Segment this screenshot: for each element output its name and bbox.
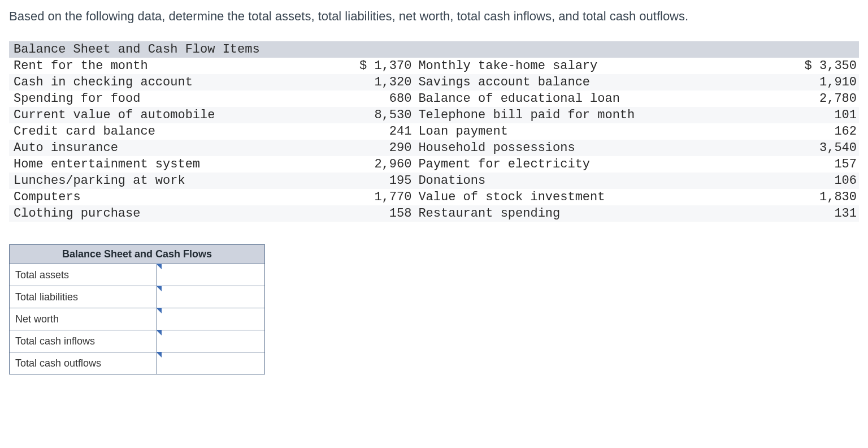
item-value: 2,780 (730, 91, 859, 107)
answer-cell[interactable] (157, 264, 265, 286)
item-value: 3,540 (730, 140, 859, 156)
item-value: 1,320 (272, 74, 414, 91)
item-label: Restaurant spending (414, 205, 730, 222)
item-value: 1,770 (272, 189, 414, 205)
total-assets-input[interactable] (157, 264, 264, 286)
item-value: $ 3,350 (730, 58, 859, 74)
data-row: Credit card balance 241 Loan payment 162 (9, 123, 859, 140)
item-value: 1,910 (730, 74, 859, 91)
item-label: Credit card balance (9, 123, 272, 140)
total-liabilities-input[interactable] (157, 286, 264, 308)
item-label: Lunches/parking at work (9, 173, 272, 189)
answer-label: Total liabilities (10, 286, 157, 308)
item-value: 101 (730, 107, 859, 123)
data-row: Current value of automobile 8,530 Teleph… (9, 107, 859, 123)
data-row: Computers 1,770 Value of stock investmen… (9, 189, 859, 205)
item-value: 131 (730, 205, 859, 222)
balance-sheet-data-table: Balance Sheet and Cash Flow Items Rent f… (9, 41, 859, 222)
answer-cell[interactable] (157, 330, 265, 352)
item-value: 2,960 (272, 156, 414, 173)
data-row: Spending for food 680 Balance of educati… (9, 91, 859, 107)
item-label: Savings account balance (414, 74, 730, 91)
data-table-title: Balance Sheet and Cash Flow Items (9, 41, 859, 58)
editable-marker-icon (156, 286, 162, 291)
item-label: Cash in checking account (9, 74, 272, 91)
item-value: 158 (272, 205, 414, 222)
net-worth-input[interactable] (157, 308, 264, 330)
data-row: Clothing purchase 158 Restaurant spendin… (9, 205, 859, 222)
item-label: Clothing purchase (9, 205, 272, 222)
item-label: Balance of educational loan (414, 91, 730, 107)
item-value: 106 (730, 173, 859, 189)
answer-row-total-assets: Total assets (10, 264, 265, 286)
item-value: 195 (272, 173, 414, 189)
answer-row-net-worth: Net worth (10, 308, 265, 330)
answer-label: Net worth (10, 308, 157, 330)
answer-cell[interactable] (157, 308, 265, 330)
item-label: Auto insurance (9, 140, 272, 156)
item-value: 680 (272, 91, 414, 107)
item-label: Household possessions (414, 140, 730, 156)
answer-row-total-liabilities: Total liabilities (10, 286, 265, 308)
item-label: Monthly take-home salary (414, 58, 730, 74)
data-row: Cash in checking account 1,320 Savings a… (9, 74, 859, 91)
item-label: Current value of automobile (9, 107, 272, 123)
item-value: $ 1,370 (272, 58, 414, 74)
item-label: Loan payment (414, 123, 730, 140)
data-row: Auto insurance 290 Household possessions… (9, 140, 859, 156)
editable-marker-icon (156, 352, 162, 357)
item-label: Computers (9, 189, 272, 205)
total-cash-outflows-input[interactable] (157, 352, 264, 374)
item-label: Telephone bill paid for month (414, 107, 730, 123)
editable-marker-icon (156, 330, 162, 335)
item-value: 1,830 (730, 189, 859, 205)
question-text: Based on the following data, determine t… (9, 7, 859, 25)
data-row: Rent for the month $ 1,370 Monthly take-… (9, 58, 859, 74)
data-row: Lunches/parking at work 195 Donations 10… (9, 173, 859, 189)
answer-label: Total assets (10, 264, 157, 286)
answer-cell[interactable] (157, 286, 265, 308)
answer-table: Balance Sheet and Cash Flows Total asset… (9, 244, 265, 374)
editable-marker-icon (156, 308, 162, 313)
answer-row-total-cash-inflows: Total cash inflows (10, 330, 265, 352)
item-value: 8,530 (272, 107, 414, 123)
answer-label: Total cash inflows (10, 330, 157, 352)
item-value: 241 (272, 123, 414, 140)
total-cash-inflows-input[interactable] (157, 330, 264, 352)
item-label: Payment for electricity (414, 156, 730, 173)
item-value: 157 (730, 156, 859, 173)
item-label: Home entertainment system (9, 156, 272, 173)
item-label: Donations (414, 173, 730, 189)
item-value: 290 (272, 140, 414, 156)
answer-label: Total cash outflows (10, 352, 157, 374)
editable-marker-icon (156, 264, 162, 269)
data-row: Home entertainment system 2,960 Payment … (9, 156, 859, 173)
data-table-header: Balance Sheet and Cash Flow Items (9, 41, 859, 58)
item-label: Rent for the month (9, 58, 272, 74)
answer-cell[interactable] (157, 352, 265, 374)
answer-table-header: Balance Sheet and Cash Flows (10, 245, 265, 264)
item-label: Spending for food (9, 91, 272, 107)
answer-row-total-cash-outflows: Total cash outflows (10, 352, 265, 374)
item-value: 162 (730, 123, 859, 140)
item-label: Value of stock investment (414, 189, 730, 205)
